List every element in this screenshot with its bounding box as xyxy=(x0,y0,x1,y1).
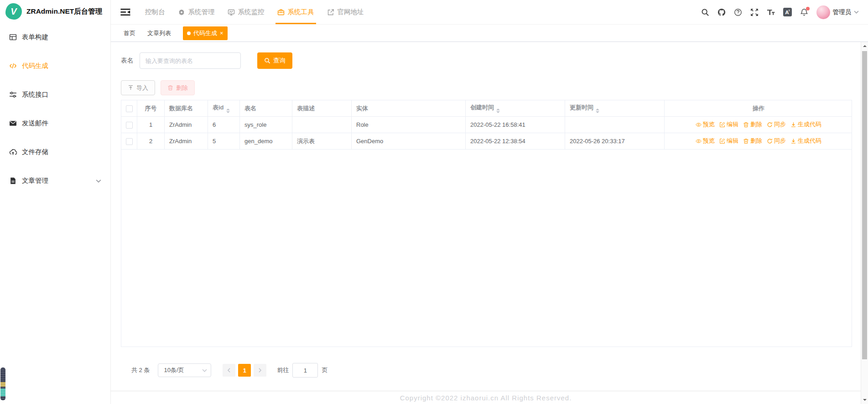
chevron-down-icon xyxy=(202,369,207,372)
action-label: 编辑 xyxy=(727,120,738,129)
tab-0[interactable]: 首页 xyxy=(124,29,135,37)
pagination: 共 2 条 10条/页 1 前往 页 xyxy=(131,363,327,378)
row-action-sync[interactable]: 同步 xyxy=(767,120,786,129)
column-header-2: 数据库名 xyxy=(165,100,208,117)
eye-icon xyxy=(696,138,702,144)
tag-view-bar: 首页文章列表代码生成× xyxy=(111,25,868,42)
tab-2[interactable]: 代码生成× xyxy=(183,26,228,40)
query-button[interactable]: 查询 xyxy=(257,52,292,69)
prev-page-button[interactable] xyxy=(223,364,235,377)
delete-button[interactable]: 删除 xyxy=(161,80,195,95)
scroll-down-arrow[interactable] xyxy=(861,397,868,403)
column-header-3[interactable]: 表id xyxy=(208,100,240,117)
column-header-7[interactable]: 创建时间 xyxy=(466,100,565,117)
action-label: 预览 xyxy=(703,120,715,129)
question-icon[interactable] xyxy=(734,8,742,16)
next-page-button[interactable] xyxy=(254,364,266,377)
cell-description xyxy=(292,117,352,133)
select-all-header[interactable] xyxy=(121,100,137,117)
close-icon[interactable]: × xyxy=(220,30,223,36)
sidebar-item-4[interactable]: 文件存储 xyxy=(0,138,110,166)
column-label: 操作 xyxy=(753,105,764,112)
vertical-scrollbar[interactable] xyxy=(861,42,868,404)
row-action-generate[interactable]: 生成代码 xyxy=(790,120,821,129)
sliders-icon xyxy=(9,91,17,98)
column-header-8[interactable]: 更新时间 xyxy=(565,100,665,117)
row-action-preview[interactable]: 预览 xyxy=(696,137,715,145)
page-size-select[interactable]: 10条/页 xyxy=(158,363,211,377)
download-icon xyxy=(790,122,796,128)
sidebar-item-5[interactable]: 文章管理 xyxy=(0,166,110,195)
action-label: 同步 xyxy=(774,120,786,129)
row-action-delete[interactable]: 删除 xyxy=(743,120,762,129)
chevron-down-icon xyxy=(96,179,101,183)
user-menu[interactable]: 管理员 xyxy=(816,5,859,19)
app-logo[interactable]: V ZRAdmin.NET后台管理 xyxy=(0,0,110,23)
action-label: 删除 xyxy=(750,137,762,145)
search-icon xyxy=(264,57,270,64)
column-header-1: 序号 xyxy=(137,100,165,117)
sort-caret[interactable] xyxy=(226,109,230,113)
row-action-delete[interactable]: 删除 xyxy=(743,137,762,145)
cloud-upload-icon xyxy=(9,148,17,156)
column-label: 数据库名 xyxy=(169,105,193,112)
nav-item-2[interactable]: 系统监控 xyxy=(221,0,271,24)
font-size-icon[interactable] xyxy=(767,8,775,16)
row-checkbox[interactable] xyxy=(126,122,133,129)
table-row: 1ZrAdmin6sys_roleRole2022-05-22 16:58:41… xyxy=(121,117,852,133)
tab-label: 首页 xyxy=(124,30,135,36)
filter-form: 表名 查询 xyxy=(121,52,292,69)
row-action-preview[interactable]: 预览 xyxy=(696,120,715,129)
fullscreen-icon[interactable] xyxy=(750,8,759,16)
search-icon[interactable] xyxy=(701,8,709,16)
sidebar-item-label: 表单构建 xyxy=(22,33,48,41)
language-icon[interactable]: Ax xyxy=(783,8,792,16)
action-label: 生成代码 xyxy=(798,120,821,129)
scroll-up-arrow[interactable] xyxy=(861,43,868,49)
nav-item-4[interactable]: 官网地址 xyxy=(321,0,370,24)
cell-table_id: 5 xyxy=(208,133,240,150)
sort-caret[interactable] xyxy=(596,109,599,113)
sidebar-item-2[interactable]: 系统接口 xyxy=(0,80,110,109)
nav-item-1[interactable]: 系统管理 xyxy=(172,0,221,24)
row-action-sync[interactable]: 同步 xyxy=(767,137,786,145)
sort-caret[interactable] xyxy=(496,109,500,113)
cell-entity: Role xyxy=(352,117,466,133)
sidebar-fold-icon[interactable] xyxy=(120,8,130,16)
sidebar-item-label: 文章管理 xyxy=(22,176,48,185)
action-label: 删除 xyxy=(750,120,762,129)
sidebar-item-3[interactable]: 发送邮件 xyxy=(0,109,110,138)
delete-button-label: 删除 xyxy=(176,84,188,92)
scrollbar-thumb[interactable] xyxy=(862,51,867,359)
github-icon[interactable] xyxy=(717,8,726,16)
select-all-checkbox[interactable] xyxy=(126,105,133,112)
mail-icon xyxy=(9,119,17,127)
cell-index: 2 xyxy=(137,133,165,150)
nav-item-label: 控制台 xyxy=(145,8,165,16)
goto-page-input[interactable] xyxy=(292,363,318,378)
cell-table_id: 6 xyxy=(208,117,240,133)
row-action-generate[interactable]: 生成代码 xyxy=(790,137,821,145)
row-select-cell xyxy=(121,133,137,150)
bell-icon[interactable] xyxy=(800,8,808,16)
nav-item-3[interactable]: 系统工具 xyxy=(271,0,321,24)
table-name-input[interactable] xyxy=(140,52,241,69)
cell-database: ZrAdmin xyxy=(165,133,208,150)
server-widget[interactable] xyxy=(0,368,5,400)
row-actions-cell: 预览编辑删除同步生成代码 xyxy=(665,133,852,150)
cell-updated_at: 2022-05-26 20:33:17 xyxy=(565,133,665,150)
app-title: ZRAdmin.NET后台管理 xyxy=(26,7,102,16)
tab-1[interactable]: 文章列表 xyxy=(147,29,171,37)
column-header-9: 操作 xyxy=(665,100,852,117)
avatar[interactable] xyxy=(816,5,830,19)
cell-database: ZrAdmin xyxy=(165,117,208,133)
row-action-edit[interactable]: 编辑 xyxy=(719,137,738,145)
sidebar-item-0[interactable]: 表单构建 xyxy=(0,23,110,52)
nav-item-0[interactable]: 控制台 xyxy=(139,0,172,24)
sidebar-item-1[interactable]: 代码生成 xyxy=(0,52,110,80)
row-action-edit[interactable]: 编辑 xyxy=(719,120,738,129)
import-button[interactable]: 导入 xyxy=(121,80,155,95)
page-number-button[interactable]: 1 xyxy=(238,364,251,377)
row-checkbox[interactable] xyxy=(126,138,133,145)
column-header-4: 表名 xyxy=(240,100,292,117)
